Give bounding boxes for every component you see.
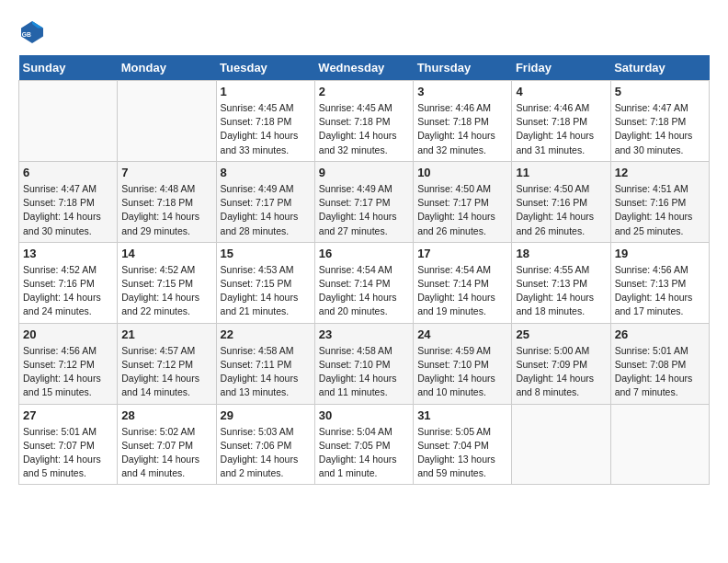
calendar-cell: 1Sunrise: 4:45 AM Sunset: 7:18 PM Daylig… bbox=[216, 81, 314, 162]
logo-icon: GB bbox=[18, 18, 46, 46]
svg-text:GB: GB bbox=[22, 31, 31, 38]
day-number: 18 bbox=[516, 247, 606, 260]
day-info: Sunrise: 4:59 AM Sunset: 7:10 PM Dayligh… bbox=[417, 344, 507, 400]
calendar-cell: 10Sunrise: 4:50 AM Sunset: 7:17 PM Dayli… bbox=[414, 161, 512, 242]
day-info: Sunrise: 5:00 AM Sunset: 7:09 PM Dayligh… bbox=[516, 344, 606, 400]
day-number: 12 bbox=[615, 166, 705, 179]
day-number: 10 bbox=[417, 166, 507, 179]
calendar-cell: 4Sunrise: 4:46 AM Sunset: 7:18 PM Daylig… bbox=[512, 81, 610, 162]
day-info: Sunrise: 4:52 AM Sunset: 7:15 PM Dayligh… bbox=[121, 263, 211, 319]
calendar-cell: 12Sunrise: 4:51 AM Sunset: 7:16 PM Dayli… bbox=[610, 161, 709, 242]
calendar-cell: 13Sunrise: 4:52 AM Sunset: 7:16 PM Dayli… bbox=[19, 242, 118, 323]
calendar-cell: 18Sunrise: 4:55 AM Sunset: 7:13 PM Dayli… bbox=[512, 242, 610, 323]
calendar-cell: 27Sunrise: 5:01 AM Sunset: 7:07 PM Dayli… bbox=[19, 404, 118, 485]
calendar-cell: 2Sunrise: 4:45 AM Sunset: 7:18 PM Daylig… bbox=[314, 81, 413, 162]
day-info: Sunrise: 4:56 AM Sunset: 7:13 PM Dayligh… bbox=[615, 263, 705, 319]
calendar-cell: 14Sunrise: 4:52 AM Sunset: 7:15 PM Dayli… bbox=[118, 242, 216, 323]
calendar-cell: 16Sunrise: 4:54 AM Sunset: 7:14 PM Dayli… bbox=[314, 242, 413, 323]
day-number: 5 bbox=[615, 85, 705, 98]
weekday-header-saturday: Saturday bbox=[610, 55, 709, 81]
day-number: 3 bbox=[417, 85, 507, 98]
day-info: Sunrise: 4:45 AM Sunset: 7:18 PM Dayligh… bbox=[221, 101, 311, 157]
day-number: 2 bbox=[319, 85, 409, 98]
weekday-header-tuesday: Tuesday bbox=[216, 55, 314, 81]
day-number: 30 bbox=[319, 408, 409, 422]
calendar-cell bbox=[512, 404, 610, 485]
calendar-cell: 15Sunrise: 4:53 AM Sunset: 7:15 PM Dayli… bbox=[216, 242, 314, 323]
calendar-cell: 24Sunrise: 4:59 AM Sunset: 7:10 PM Dayli… bbox=[414, 323, 512, 404]
day-number: 17 bbox=[417, 247, 507, 260]
calendar-cell: 25Sunrise: 5:00 AM Sunset: 7:09 PM Dayli… bbox=[512, 323, 610, 404]
calendar-cell bbox=[19, 81, 118, 162]
day-info: Sunrise: 4:57 AM Sunset: 7:12 PM Dayligh… bbox=[121, 344, 211, 400]
day-number: 15 bbox=[221, 247, 311, 260]
day-number: 1 bbox=[221, 85, 311, 98]
weekday-header-monday: Monday bbox=[118, 55, 216, 81]
day-info: Sunrise: 5:02 AM Sunset: 7:07 PM Dayligh… bbox=[121, 425, 211, 481]
calendar-cell: 5Sunrise: 4:47 AM Sunset: 7:18 PM Daylig… bbox=[610, 81, 709, 162]
calendar-cell bbox=[610, 404, 709, 485]
day-number: 23 bbox=[319, 327, 409, 341]
day-number: 8 bbox=[221, 166, 311, 179]
day-info: Sunrise: 5:05 AM Sunset: 7:04 PM Dayligh… bbox=[417, 425, 507, 481]
day-info: Sunrise: 4:50 AM Sunset: 7:16 PM Dayligh… bbox=[516, 182, 606, 238]
calendar-cell bbox=[118, 81, 216, 162]
day-number: 26 bbox=[615, 327, 705, 341]
day-info: Sunrise: 5:03 AM Sunset: 7:06 PM Dayligh… bbox=[221, 425, 311, 481]
calendar-table: SundayMondayTuesdayWednesdayThursdayFrid… bbox=[18, 55, 710, 485]
day-info: Sunrise: 4:45 AM Sunset: 7:18 PM Dayligh… bbox=[319, 101, 409, 157]
calendar-cell: 8Sunrise: 4:49 AM Sunset: 7:17 PM Daylig… bbox=[216, 161, 314, 242]
day-info: Sunrise: 4:47 AM Sunset: 7:18 PM Dayligh… bbox=[23, 182, 113, 238]
calendar-cell: 17Sunrise: 4:54 AM Sunset: 7:14 PM Dayli… bbox=[414, 242, 512, 323]
day-info: Sunrise: 4:58 AM Sunset: 7:10 PM Dayligh… bbox=[319, 344, 409, 400]
day-info: Sunrise: 4:52 AM Sunset: 7:16 PM Dayligh… bbox=[23, 263, 113, 319]
week-row-2: 6Sunrise: 4:47 AM Sunset: 7:18 PM Daylig… bbox=[19, 161, 710, 242]
day-number: 13 bbox=[23, 247, 113, 260]
calendar-cell: 30Sunrise: 5:04 AM Sunset: 7:05 PM Dayli… bbox=[314, 404, 413, 485]
weekday-header-thursday: Thursday bbox=[414, 55, 512, 81]
day-info: Sunrise: 4:51 AM Sunset: 7:16 PM Dayligh… bbox=[615, 182, 705, 238]
week-row-1: 1Sunrise: 4:45 AM Sunset: 7:18 PM Daylig… bbox=[19, 81, 710, 162]
week-row-4: 20Sunrise: 4:56 AM Sunset: 7:12 PM Dayli… bbox=[19, 323, 710, 404]
calendar-cell: 6Sunrise: 4:47 AM Sunset: 7:18 PM Daylig… bbox=[19, 161, 118, 242]
weekday-header-sunday: Sunday bbox=[19, 55, 118, 81]
calendar-cell: 19Sunrise: 4:56 AM Sunset: 7:13 PM Dayli… bbox=[610, 242, 709, 323]
day-info: Sunrise: 4:48 AM Sunset: 7:18 PM Dayligh… bbox=[121, 182, 211, 238]
day-number: 16 bbox=[319, 247, 409, 260]
calendar-cell: 20Sunrise: 4:56 AM Sunset: 7:12 PM Dayli… bbox=[19, 323, 118, 404]
calendar-cell: 31Sunrise: 5:05 AM Sunset: 7:04 PM Dayli… bbox=[414, 404, 512, 485]
calendar-cell: 28Sunrise: 5:02 AM Sunset: 7:07 PM Dayli… bbox=[118, 404, 216, 485]
day-number: 21 bbox=[121, 327, 211, 341]
day-number: 6 bbox=[23, 166, 113, 179]
day-number: 29 bbox=[221, 408, 311, 422]
day-number: 31 bbox=[417, 408, 507, 422]
day-number: 4 bbox=[516, 85, 606, 98]
day-info: Sunrise: 4:46 AM Sunset: 7:18 PM Dayligh… bbox=[516, 101, 606, 157]
week-row-5: 27Sunrise: 5:01 AM Sunset: 7:07 PM Dayli… bbox=[19, 404, 710, 485]
day-number: 19 bbox=[615, 247, 705, 260]
weekday-header-wednesday: Wednesday bbox=[314, 55, 413, 81]
day-info: Sunrise: 4:56 AM Sunset: 7:12 PM Dayligh… bbox=[23, 344, 113, 400]
calendar-cell: 29Sunrise: 5:03 AM Sunset: 7:06 PM Dayli… bbox=[216, 404, 314, 485]
calendar-cell: 9Sunrise: 4:49 AM Sunset: 7:17 PM Daylig… bbox=[314, 161, 413, 242]
day-number: 11 bbox=[516, 166, 606, 179]
calendar-cell: 21Sunrise: 4:57 AM Sunset: 7:12 PM Dayli… bbox=[118, 323, 216, 404]
weekday-header-friday: Friday bbox=[512, 55, 610, 81]
header: GB bbox=[18, 18, 710, 46]
day-number: 24 bbox=[417, 327, 507, 341]
day-number: 14 bbox=[121, 247, 211, 260]
day-info: Sunrise: 4:53 AM Sunset: 7:15 PM Dayligh… bbox=[221, 263, 311, 319]
day-info: Sunrise: 4:50 AM Sunset: 7:17 PM Dayligh… bbox=[417, 182, 507, 238]
day-info: Sunrise: 4:54 AM Sunset: 7:14 PM Dayligh… bbox=[417, 263, 507, 319]
day-info: Sunrise: 4:47 AM Sunset: 7:18 PM Dayligh… bbox=[615, 101, 705, 157]
weekday-header-row: SundayMondayTuesdayWednesdayThursdayFrid… bbox=[19, 55, 710, 81]
calendar-cell: 7Sunrise: 4:48 AM Sunset: 7:18 PM Daylig… bbox=[118, 161, 216, 242]
day-number: 9 bbox=[319, 166, 409, 179]
calendar-cell: 11Sunrise: 4:50 AM Sunset: 7:16 PM Dayli… bbox=[512, 161, 610, 242]
day-info: Sunrise: 5:01 AM Sunset: 7:08 PM Dayligh… bbox=[615, 344, 705, 400]
calendar-cell: 22Sunrise: 4:58 AM Sunset: 7:11 PM Dayli… bbox=[216, 323, 314, 404]
day-number: 22 bbox=[221, 327, 311, 341]
week-row-3: 13Sunrise: 4:52 AM Sunset: 7:16 PM Dayli… bbox=[19, 242, 710, 323]
calendar-cell: 3Sunrise: 4:46 AM Sunset: 7:18 PM Daylig… bbox=[414, 81, 512, 162]
day-info: Sunrise: 4:49 AM Sunset: 7:17 PM Dayligh… bbox=[221, 182, 311, 238]
